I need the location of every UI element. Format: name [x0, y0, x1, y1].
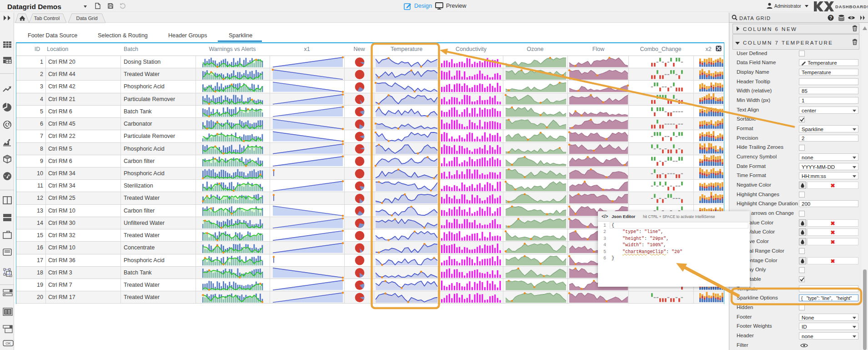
svg-text:OK: OK — [5, 341, 11, 345]
svg-text:Data Grid: Data Grid — [76, 15, 97, 21]
svg-text:?: ? — [829, 15, 832, 20]
svg-text:Tab Control: Tab Control — [34, 15, 60, 21]
